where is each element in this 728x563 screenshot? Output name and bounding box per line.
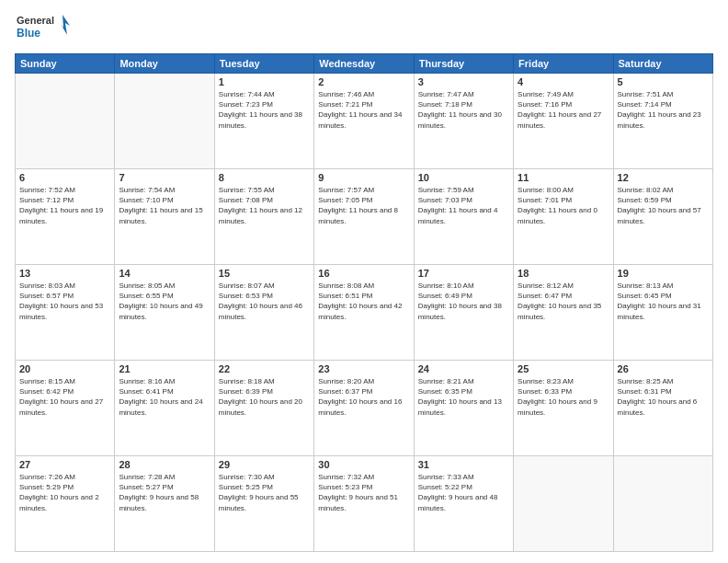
day-number: 5	[618, 76, 709, 87]
day-info: Sunrise: 7:33 AM Sunset: 5:22 PM Dayligh…	[418, 472, 509, 513]
day-number: 18	[518, 268, 609, 279]
calendar-cell-w1d2: 8Sunrise: 7:55 AM Sunset: 7:08 PM Daylig…	[214, 169, 313, 265]
day-number: 12	[618, 172, 709, 183]
calendar-cell-w0d1	[115, 74, 214, 169]
calendar-cell-w1d1: 7Sunrise: 7:54 AM Sunset: 7:10 PM Daylig…	[115, 169, 214, 265]
day-info: Sunrise: 8:15 AM Sunset: 6:42 PM Dayligh…	[19, 376, 110, 418]
day-info: Sunrise: 8:23 AM Sunset: 6:33 PM Dayligh…	[518, 376, 609, 418]
calendar-cell-w0d4: 3Sunrise: 7:47 AM Sunset: 7:18 PM Daylig…	[414, 74, 513, 169]
calendar-cell-w4d0: 27Sunrise: 7:26 AM Sunset: 5:29 PM Dayli…	[16, 456, 115, 552]
day-info: Sunrise: 7:52 AM Sunset: 7:12 PM Dayligh…	[19, 185, 110, 226]
day-info: Sunrise: 8:10 AM Sunset: 6:49 PM Dayligh…	[418, 281, 509, 322]
day-info: Sunrise: 7:46 AM Sunset: 7:21 PM Dayligh…	[318, 89, 409, 131]
calendar-cell-w4d5	[514, 456, 613, 552]
day-info: Sunrise: 8:12 AM Sunset: 6:47 PM Dayligh…	[518, 281, 609, 322]
day-number: 19	[618, 268, 709, 279]
day-number: 9	[318, 172, 409, 183]
day-number: 28	[119, 459, 210, 470]
calendar-cell-w2d5: 18Sunrise: 8:12 AM Sunset: 6:47 PM Dayli…	[514, 265, 613, 361]
day-info: Sunrise: 8:03 AM Sunset: 6:57 PM Dayligh…	[19, 281, 110, 322]
header: General Blue	[15, 11, 713, 44]
column-header-monday: Monday	[115, 54, 214, 74]
day-info: Sunrise: 8:05 AM Sunset: 6:55 PM Dayligh…	[119, 281, 210, 322]
day-number: 20	[19, 363, 110, 374]
calendar-cell-w1d4: 10Sunrise: 7:59 AM Sunset: 7:03 PM Dayli…	[414, 169, 513, 265]
day-number: 6	[19, 172, 110, 183]
day-number: 3	[418, 76, 509, 87]
day-info: Sunrise: 8:21 AM Sunset: 6:35 PM Dayligh…	[418, 376, 509, 418]
logo: General Blue	[15, 11, 70, 44]
day-number: 22	[219, 363, 310, 374]
calendar-cell-w0d6: 5Sunrise: 7:51 AM Sunset: 7:14 PM Daylig…	[613, 74, 712, 169]
calendar-cell-w4d1: 28Sunrise: 7:28 AM Sunset: 5:27 PM Dayli…	[115, 456, 214, 552]
day-number: 1	[219, 76, 310, 87]
day-number: 7	[119, 172, 210, 183]
day-info: Sunrise: 7:49 AM Sunset: 7:16 PM Dayligh…	[518, 89, 609, 131]
day-number: 13	[19, 268, 110, 279]
day-info: Sunrise: 8:16 AM Sunset: 6:41 PM Dayligh…	[119, 376, 210, 418]
day-number: 30	[318, 459, 409, 470]
day-number: 10	[418, 172, 509, 183]
calendar-cell-w0d3: 2Sunrise: 7:46 AM Sunset: 7:21 PM Daylig…	[314, 74, 414, 169]
calendar-cell-w2d0: 13Sunrise: 8:03 AM Sunset: 6:57 PM Dayli…	[16, 265, 115, 361]
day-number: 14	[119, 268, 210, 279]
calendar-cell-w3d6: 26Sunrise: 8:25 AM Sunset: 6:31 PM Dayli…	[613, 361, 712, 456]
logo-svg: General Blue	[15, 11, 70, 44]
calendar-cell-w1d6: 12Sunrise: 8:02 AM Sunset: 6:59 PM Dayli…	[613, 169, 712, 265]
day-info: Sunrise: 7:44 AM Sunset: 7:23 PM Dayligh…	[219, 89, 310, 131]
column-header-sunday: Sunday	[16, 54, 115, 74]
column-header-friday: Friday	[514, 54, 613, 74]
calendar-cell-w0d5: 4Sunrise: 7:49 AM Sunset: 7:16 PM Daylig…	[514, 74, 613, 169]
day-info: Sunrise: 8:07 AM Sunset: 6:53 PM Dayligh…	[219, 281, 310, 322]
day-info: Sunrise: 8:18 AM Sunset: 6:39 PM Dayligh…	[219, 376, 310, 418]
calendar-cell-w4d4: 31Sunrise: 7:33 AM Sunset: 5:22 PM Dayli…	[414, 456, 513, 552]
calendar-table: SundayMondayTuesdayWednesdayThursdayFrid…	[15, 53, 713, 552]
calendar-cell-w1d0: 6Sunrise: 7:52 AM Sunset: 7:12 PM Daylig…	[16, 169, 115, 265]
day-info: Sunrise: 7:47 AM Sunset: 7:18 PM Dayligh…	[418, 89, 509, 131]
calendar-cell-w4d2: 29Sunrise: 7:30 AM Sunset: 5:25 PM Dayli…	[214, 456, 313, 552]
calendar-cell-w3d2: 22Sunrise: 8:18 AM Sunset: 6:39 PM Dayli…	[214, 361, 313, 456]
day-number: 24	[418, 363, 509, 374]
column-header-saturday: Saturday	[613, 54, 712, 74]
day-number: 4	[518, 76, 609, 87]
calendar-cell-w1d3: 9Sunrise: 7:57 AM Sunset: 7:05 PM Daylig…	[314, 169, 414, 265]
calendar-cell-w0d0	[16, 74, 115, 169]
calendar-cell-w2d6: 19Sunrise: 8:13 AM Sunset: 6:45 PM Dayli…	[613, 265, 712, 361]
column-header-wednesday: Wednesday	[314, 54, 414, 74]
day-number: 23	[318, 363, 409, 374]
day-info: Sunrise: 8:13 AM Sunset: 6:45 PM Dayligh…	[618, 281, 709, 322]
day-number: 27	[19, 459, 110, 470]
day-number: 11	[518, 172, 609, 183]
calendar-cell-w3d1: 21Sunrise: 8:16 AM Sunset: 6:41 PM Dayli…	[115, 361, 214, 456]
day-info: Sunrise: 8:00 AM Sunset: 7:01 PM Dayligh…	[518, 185, 609, 226]
calendar-cell-w2d4: 17Sunrise: 8:10 AM Sunset: 6:49 PM Dayli…	[414, 265, 513, 361]
calendar-cell-w1d5: 11Sunrise: 8:00 AM Sunset: 7:01 PM Dayli…	[514, 169, 613, 265]
calendar-cell-w2d2: 15Sunrise: 8:07 AM Sunset: 6:53 PM Dayli…	[214, 265, 313, 361]
day-info: Sunrise: 7:59 AM Sunset: 7:03 PM Dayligh…	[418, 185, 509, 226]
day-info: Sunrise: 8:20 AM Sunset: 6:37 PM Dayligh…	[318, 376, 409, 418]
svg-text:Blue: Blue	[17, 27, 40, 40]
day-info: Sunrise: 7:55 AM Sunset: 7:08 PM Dayligh…	[219, 185, 310, 226]
calendar-cell-w2d1: 14Sunrise: 8:05 AM Sunset: 6:55 PM Dayli…	[115, 265, 214, 361]
svg-marker-2	[61, 15, 70, 35]
calendar-cell-w2d3: 16Sunrise: 8:08 AM Sunset: 6:51 PM Dayli…	[314, 265, 414, 361]
day-info: Sunrise: 7:51 AM Sunset: 7:14 PM Dayligh…	[618, 89, 709, 131]
day-number: 25	[518, 363, 609, 374]
day-info: Sunrise: 7:28 AM Sunset: 5:27 PM Dayligh…	[119, 472, 210, 513]
day-info: Sunrise: 7:32 AM Sunset: 5:23 PM Dayligh…	[318, 472, 409, 513]
day-info: Sunrise: 8:08 AM Sunset: 6:51 PM Dayligh…	[318, 281, 409, 322]
day-number: 29	[219, 459, 310, 470]
day-number: 21	[119, 363, 210, 374]
day-info: Sunrise: 7:30 AM Sunset: 5:25 PM Dayligh…	[219, 472, 310, 513]
day-info: Sunrise: 7:57 AM Sunset: 7:05 PM Dayligh…	[318, 185, 409, 226]
day-number: 17	[418, 268, 509, 279]
day-info: Sunrise: 8:02 AM Sunset: 6:59 PM Dayligh…	[618, 185, 709, 226]
day-number: 31	[418, 459, 509, 470]
day-number: 26	[618, 363, 709, 374]
day-number: 16	[318, 268, 409, 279]
calendar-cell-w3d3: 23Sunrise: 8:20 AM Sunset: 6:37 PM Dayli…	[314, 361, 414, 456]
calendar-cell-w4d6	[613, 456, 712, 552]
day-number: 8	[219, 172, 310, 183]
column-header-tuesday: Tuesday	[214, 54, 313, 74]
svg-text:General: General	[17, 15, 54, 26]
